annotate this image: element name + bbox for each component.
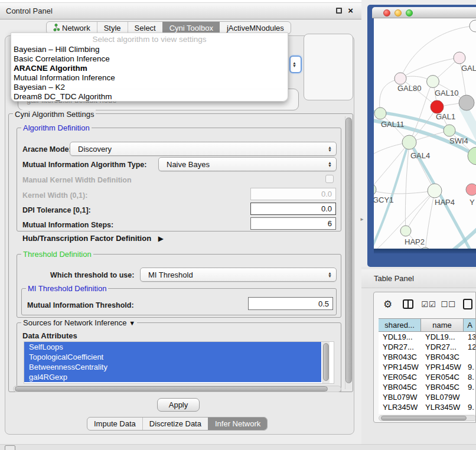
spinner-arrows-icon: ▲▼ <box>292 61 296 67</box>
spinner-arrows-icon: ▲▼ <box>328 146 332 152</box>
gear-icon[interactable]: ⚙ <box>383 298 392 311</box>
tab-label: jActiveMNodules <box>227 24 284 32</box>
manual-kernel-label: Manual Kernel Width Definition <box>22 176 132 184</box>
table-row[interactable]: YDL19... YDL19... 13 <box>379 332 476 342</box>
collapse-right-icon: ▶ <box>158 234 164 243</box>
data-attribute-item[interactable]: TopologicalCoefficient <box>24 352 321 362</box>
algorithm-option[interactable]: Basic Correlation Inference <box>11 54 288 64</box>
control-panel-tab[interactable]: Network <box>47 22 97 34</box>
node-gcy1[interactable] <box>374 184 376 195</box>
table-row[interactable]: YDR27... YDR27... 12 <box>379 342 476 352</box>
float-window-icon[interactable] <box>336 8 342 14</box>
node-label-gal: GAL <box>461 64 476 73</box>
edge <box>406 191 435 231</box>
node-gal11[interactable] <box>374 107 386 119</box>
node-label-hap4: HAP4 <box>435 198 455 207</box>
table-row[interactable]: YER054C YER054C 8. <box>379 372 476 382</box>
table-row[interactable]: YLR345W YLR345W 9. <box>379 402 476 412</box>
hub-definition-toggle[interactable]: Hub/Transcription Factor Definition ▶ <box>22 234 164 243</box>
column-header-name[interactable]: name <box>421 319 464 331</box>
settings-group-title: Cyni Algorithm Settings <box>13 110 96 119</box>
algorithm-definition-title: Algorithm Definition <box>21 123 92 132</box>
data-attribute-item[interactable]: BetweennessCentrality <box>24 362 321 372</box>
aracne-mode-combo[interactable]: Discovery ▲▼ <box>70 142 337 156</box>
node-gal4[interactable] <box>402 135 416 149</box>
control-panel-tab[interactable]: Style <box>97 22 128 34</box>
algorithm-dropdown-list: Bayesian – Hill Climbing Basic Correlati… <box>11 45 288 102</box>
columns-icon[interactable] <box>403 299 413 309</box>
table-header-row: shared... name A <box>379 318 476 332</box>
splitter-collapse-icon[interactable]: ► <box>360 217 364 222</box>
data-attribute-item[interactable]: gal4RGexp <box>24 372 321 382</box>
control-panel-tab[interactable]: Cyni Toolbox <box>162 22 220 34</box>
algorithm-option[interactable]: ARACNE Algorithm <box>11 64 288 73</box>
select-all-checks-icon[interactable]: ☑☑ <box>421 300 436 309</box>
settings-scrollbar-thumb[interactable] <box>345 118 352 383</box>
minimize-traffic-light-icon[interactable] <box>395 9 402 17</box>
edge <box>374 142 409 190</box>
algorithm-option[interactable]: Bayesian – K2 <box>11 83 288 92</box>
status-mini-icon[interactable] <box>5 445 15 450</box>
mi-threshold-input[interactable] <box>248 297 333 310</box>
table-panel-title: Table Panel <box>361 274 414 283</box>
which-threshold-label: Which threshold to use: <box>50 271 134 279</box>
node-gal-partial[interactable] <box>454 52 465 64</box>
algorithm-option[interactable]: Mutual Information Inference <box>11 73 288 83</box>
kernel-width-input[interactable] <box>250 188 336 200</box>
tab-label: Cyni Toolbox <box>169 24 213 32</box>
spinner-arrows-icon: ▲▼ <box>328 272 332 278</box>
mi-steps-input[interactable] <box>250 217 336 230</box>
edge <box>409 142 435 191</box>
deselect-all-checks-icon[interactable]: ☐☐ <box>441 300 456 309</box>
bottom-tab[interactable]: Infer Network <box>208 418 267 430</box>
focused-combo-edge[interactable]: ▲▼ <box>289 56 302 73</box>
edge <box>374 190 435 194</box>
node-gray[interactable] <box>459 95 474 110</box>
algorithm-option[interactable]: Dream8 DC_TDC Algorithm <box>11 92 288 102</box>
dpi-tolerance-input[interactable] <box>250 203 336 215</box>
node-hap2[interactable] <box>400 226 411 236</box>
column-header-partial[interactable]: A <box>464 319 476 331</box>
algorithm-dropdown-placeholder: Select algorithm to view settings <box>11 33 288 45</box>
close-traffic-light-icon[interactable] <box>383 9 390 17</box>
table-row[interactable]: YBL079W YBL079W <box>379 392 476 402</box>
attr-list-scrollbar-thumb[interactable] <box>323 343 329 381</box>
network-canvas[interactable]: GAL GAL80 GAL10 GAL1 GAL11 GAL4 SWI4 GCY… <box>374 18 476 249</box>
node-gal80[interactable] <box>395 73 406 84</box>
mi-steps-label: Mutual Information Steps: <box>22 221 113 229</box>
node-gal10[interactable] <box>427 76 439 88</box>
apply-button[interactable]: Apply <box>157 398 200 412</box>
edge <box>425 191 435 249</box>
close-icon[interactable]: × <box>348 7 353 14</box>
table-row[interactable]: YPR145W YPR145W 9. <box>379 362 476 372</box>
node-label-gal10: GAL10 <box>435 89 458 97</box>
table-row[interactable]: YBR045C YBR045C 9. <box>379 382 476 392</box>
zoom-traffic-light-icon[interactable] <box>406 9 413 17</box>
mi-type-combo[interactable]: Naive Bayes ▲▼ <box>158 157 337 171</box>
bottom-tab[interactable]: Impute Data <box>87 418 142 430</box>
table-body: YDL19... YDL19... 13 YDR27... YDR27... 1… <box>379 332 476 414</box>
node-gal1[interactable] <box>431 100 444 113</box>
table-row[interactable]: YIL052C YIL052C 9. <box>379 412 476 414</box>
control-panel-tab[interactable]: jActiveMNodules <box>220 22 291 34</box>
which-threshold-combo[interactable]: MI Threshold ▲▼ <box>140 268 337 282</box>
node[interactable] <box>470 20 476 32</box>
bottom-tab[interactable]: Discretize Data <box>142 418 208 430</box>
algorithm-option[interactable]: Bayesian – Hill Climbing <box>11 45 288 54</box>
data-attribute-item[interactable]: SelfLoops <box>24 342 321 352</box>
manual-kernel-checkbox[interactable] <box>325 175 334 183</box>
node-hap4[interactable] <box>428 184 442 198</box>
kernel-width-label: Kernel Width (0,1): <box>22 191 87 200</box>
expand-down-icon[interactable]: ▼ <box>129 319 135 327</box>
control-panel-titlebar: Control Panel × <box>0 3 361 19</box>
page-icon[interactable] <box>463 299 472 309</box>
algorithm-dropdown: Select algorithm to view settings Bayesi… <box>11 32 288 102</box>
settings-hscrollbar-thumb[interactable] <box>15 386 328 392</box>
node-y-partial[interactable] <box>466 184 476 195</box>
table-row[interactable]: YBR043C YBR043C <box>379 352 476 362</box>
column-header-shared-name[interactable]: shared... <box>379 319 421 331</box>
tab-label: Network <box>62 24 90 32</box>
control-panel-tab[interactable]: Select <box>128 22 162 34</box>
table-hscrollbar-thumb[interactable] <box>381 416 467 420</box>
node[interactable] <box>444 125 455 136</box>
